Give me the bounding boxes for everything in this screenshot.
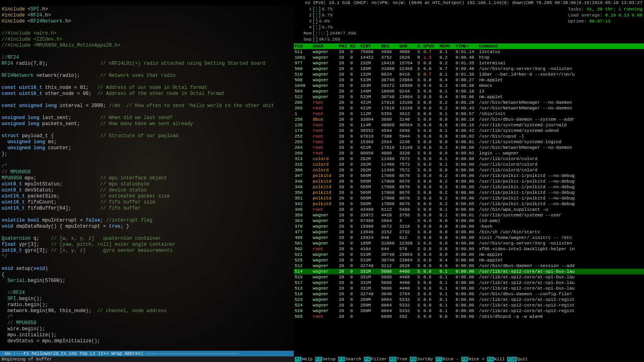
htop-process-row[interactable]: 512 wagner 20 0 32748 3112 2828 S 0.0 0.… xyxy=(294,263,644,269)
proc-pri: 20 xyxy=(339,224,350,229)
proc-pid: 342 xyxy=(295,201,313,207)
htop-process-row[interactable]: 269 root 20 0 90056 4000 3328 S 0.0 0.0 … xyxy=(294,150,644,156)
proc-mem: 0.0 xyxy=(440,246,456,252)
htop-process-row[interactable]: 1061 wagner 20 0 14452 3752 2828 R 1.3 0… xyxy=(294,55,644,60)
htop-process-row[interactable]: 510 wagner 20 0 132M 9624 8416 S 0.7 0.1… xyxy=(294,72,644,77)
cpu4-meter: 4 [ | ] 0.7% xyxy=(295,25,560,30)
htop-process-row[interactable]: 521 wagner 20 0 533M 30748 23964 S 0.0 0… xyxy=(294,252,644,257)
htop-process-row[interactable]: 252 root 20 0 87616 7308 5944 S 0.0 0.0 … xyxy=(294,134,644,139)
htop-process-row[interactable]: 256 dbus 20 0 33004 3660 3140 S 0.0 0.0 … xyxy=(294,117,644,122)
proc-state: S xyxy=(417,139,423,145)
htop-process-row[interactable]: 515 wagner 20 0 331M 5088 4460 S 0.0 0.1… xyxy=(294,274,644,280)
fn-key-f10[interactable]: F10Quit xyxy=(507,357,530,362)
fn-key-f1[interactable]: F1Help xyxy=(295,357,315,362)
htop-process-row[interactable]: 284 root 20 0 421M 17816 13168 S 0.0 0.2… xyxy=(294,145,644,150)
htop-process-row[interactable]: 524 wagner 20 0 209M 6064 5332 S 0.0 0.1… xyxy=(294,302,644,308)
proc-virt: 14452 xyxy=(360,55,381,60)
htop-process-row[interactable]: 520 wagner 20 0 209M 6064 5332 S 0.0 0.1… xyxy=(294,308,644,314)
code-editor-content[interactable]: #include <SPI.h>#include <RF24.h>#includ… xyxy=(0,6,294,351)
proc-pid: 345 xyxy=(295,207,313,212)
htop-process-row[interactable]: 513 wagner 20 0 331M 5088 4460 S 0.0 0.1… xyxy=(294,286,644,291)
fn-key-f2[interactable]: F2Setup xyxy=(315,357,338,362)
htop-process-row[interactable]: 348 polkitd 20 0 505M 17008 8676 S 0.0 0… xyxy=(294,179,644,184)
htop-process-row[interactable]: 508 wagner 20 0 533M 30748 23964 S 0.0 0… xyxy=(294,77,644,83)
proc-user: wagner xyxy=(313,274,339,280)
proc-mem: 0.1 xyxy=(440,88,456,94)
htop-process-row[interactable]: 565 root 20 0 6680 292 S 0.0 0.0 0:00.00… xyxy=(294,314,644,319)
proc-ni: 0 xyxy=(350,291,360,297)
htop-process-row[interactable]: 342 polkitd 20 0 505M 17008 8676 S 0.0 0… xyxy=(294,201,644,207)
code-line xyxy=(2,97,292,103)
proc-pid: 351 xyxy=(295,195,313,201)
htop-process-row[interactable]: 514 wagner 20 0 331M 5088 4460 S 0.0 0.1… xyxy=(294,269,644,274)
proc-user: wagner xyxy=(313,286,339,291)
proc-cpu: 0.0 xyxy=(423,218,440,224)
proc-shr: 22368 xyxy=(399,241,417,246)
htop-process-row[interactable]: 500 wagner 20 0 195M 31088 22368 S 0.0 0… xyxy=(294,66,644,72)
htop-process-row[interactable]: 350 polkitd 20 0 505M 17008 8676 S 0.0 0… xyxy=(294,190,644,195)
editor-panel[interactable]: #include <SPI.h>#include <RF24.h>#includ… xyxy=(0,6,294,362)
proc-pid: 521 xyxy=(295,252,313,257)
proc-time: 0:00.00 xyxy=(456,263,479,269)
proc-mem: 0.6 xyxy=(440,122,456,128)
htop-process-row[interactable]: 138 root 20 0 114M 48868 48564 S 0.0 0.6… xyxy=(294,122,644,128)
proc-pri: 20 xyxy=(339,218,350,224)
htop-process-row[interactable]: 477 wagner 20 0 13648 3152 2732 S 0.0 0.… xyxy=(294,229,644,235)
proc-time: 0:00.00 xyxy=(456,179,479,184)
proc-virt: 4184 xyxy=(360,246,381,252)
proc-user: root xyxy=(313,134,339,139)
htop-process-row[interactable]: 499 wagner 20 0 15924 948 812 S 0.0 0.0 … xyxy=(294,235,644,241)
fn-key-f8[interactable]: F8Nice + xyxy=(461,357,487,362)
htop-process-row[interactable]: 286 root 20 0 421M 17816 13168 S 0.0 0.2… xyxy=(294,100,644,105)
htop-process-row[interactable]: 502 root 20 0 4184 644 576 S 0.0 0.0 0:0… xyxy=(294,246,644,252)
proc-shr: 3328 xyxy=(399,150,417,156)
fn-key-f3[interactable]: F3Search xyxy=(338,357,364,362)
htop-process-row[interactable]: 313 colord 20 0 292M 11496 7572 S 0.0 0.… xyxy=(294,156,644,162)
htop-process-row[interactable]: 525 wagner 20 0 533M 30748 23964 S 0.0 0… xyxy=(294,257,644,263)
fn-key-number: F7 xyxy=(436,357,442,362)
htop-process-row[interactable]: 518 wagner 20 0 32748 3040 2764 S 0.0 0.… xyxy=(294,291,644,297)
fn-key-f7[interactable]: F7Nice - xyxy=(436,357,461,362)
proc-cpu: 0.0 xyxy=(423,105,440,111)
htop-process-row[interactable]: 176 root 20 0 36552 4564 2656 S 0.0 0.1 … xyxy=(294,128,644,134)
proc-virt: 87616 xyxy=(360,134,381,139)
htop-process-row[interactable]: 359 wagner 20 0 33972 4428 3756 S 0.0 0.… xyxy=(294,212,644,218)
code-line xyxy=(2,212,292,218)
htop-process-row[interactable]: 370 wagner 20 0 15900 3672 3216 S 0.0 0.… xyxy=(294,224,644,229)
htop-process-row[interactable]: 504 wagner 20 0 146M 10696 9244 S 0.0 0.… xyxy=(294,88,644,94)
htop-process-row[interactable]: 523 wagner 20 0 209M 6064 5332 S 0.0 0.1… xyxy=(294,297,644,302)
proc-user: wagner xyxy=(313,94,339,100)
fn-key-f6[interactable]: F6SortBy xyxy=(410,357,436,362)
fn-key-f9[interactable]: F9Kill xyxy=(487,357,508,362)
htop-process-row[interactable]: 1049 wagner 20 0 163M 20272 10500 S 0.0 … xyxy=(294,83,644,88)
proc-cmd: /bin/sh /usr/bin/startx xyxy=(479,229,643,235)
htop-process-row[interactable]: 265 root 20 0 421M 17816 13168 S 0.0 0.2… xyxy=(294,105,644,111)
proc-cpu: 0.0 xyxy=(423,297,440,302)
proc-virt: 13648 xyxy=(360,229,381,235)
htop-process-row[interactable]: 511 wagner 20 0 75608 4968 4088 S 0.7 0.… xyxy=(294,49,644,55)
htop-process-row[interactable]: 977 wagner 20 0 232M 19416 15764 S 0.0 0… xyxy=(294,60,644,66)
proc-mem: 0.3 xyxy=(440,83,456,88)
proc-ni: 0 xyxy=(350,100,360,105)
fn-key-f5[interactable]: F5Tree xyxy=(389,357,410,362)
htop-process-row[interactable]: 517 wagner 20 0 331M 5088 4460 S 0.0 0.1… xyxy=(294,280,644,286)
htop-process-row[interactable]: 501 wagner 20 0 195M 31088 22368 S 0.0 0… xyxy=(294,241,644,246)
htop-process-row[interactable]: 315 colord 20 0 292M 11496 7572 S 0.0 0.… xyxy=(294,162,644,167)
htop-process-row[interactable]: 522 wagner 20 0 533M 30748 23964 S 0.0 0… xyxy=(294,94,644,100)
proc-user: wagner xyxy=(313,291,339,297)
proc-virt: 15900 xyxy=(360,224,381,229)
htop-process-row[interactable]: 306 colord 20 0 292M 11496 7572 S 0.0 0.… xyxy=(294,167,644,173)
proc-pri: 20 xyxy=(339,139,350,145)
proc-mem: 0.1 xyxy=(440,207,456,212)
proc-res: 6112 xyxy=(381,207,399,212)
htop-process-row[interactable]: 351 polkitd 20 0 505M 17008 8676 S 0.0 0… xyxy=(294,195,644,201)
htop-process-row[interactable]: 255 root 20 0 15368 2564 2248 S 0.0 0.0 … xyxy=(294,139,644,145)
htop-process-row[interactable]: 363 wagner 20 0 97468 2064 4 S 0.0 0.0 0… xyxy=(294,218,644,224)
htop-process-row[interactable]: 345 root 20 0 43480 6112 5488 S 0.0 0.1 … xyxy=(294,207,644,212)
htop-process-row[interactable]: 349 polkitd 20 0 505M 17008 8676 S 0.0 0… xyxy=(294,184,644,190)
htop-process-row[interactable]: 347 polkitd 20 0 505M 17008 8676 S 0.0 0… xyxy=(294,173,644,179)
htop-table: PID USER PRI NI VIRT RES SHR S CPU% MEM%… xyxy=(294,43,644,356)
proc-virt: 505M xyxy=(360,190,381,195)
fn-key-f4[interactable]: F4Filter xyxy=(364,357,390,362)
htop-process-row[interactable]: 1 root 20 0 112M 5356 3612 S 0.0 0.1 0:0… xyxy=(294,111,644,117)
